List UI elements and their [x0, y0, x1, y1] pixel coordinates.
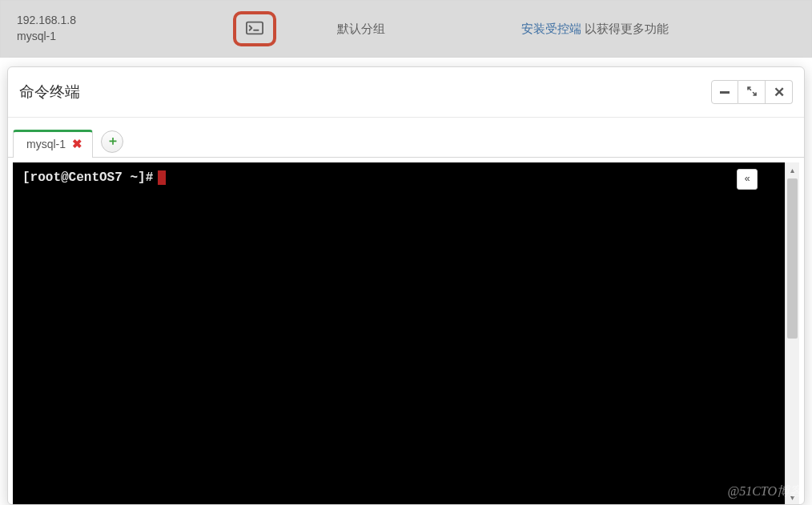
scroll-up-button[interactable]: ▴ [786, 162, 799, 177]
scroll-thumb[interactable] [787, 178, 798, 339]
vertical-scrollbar[interactable]: ▴ ▾ [785, 162, 799, 504]
host-ip: 192.168.1.8 [17, 13, 233, 29]
open-terminal-button[interactable] [233, 11, 276, 46]
terminal-tab[interactable]: mysql-1 ✖ [13, 130, 93, 158]
terminal-output[interactable]: [root@CentOS7 ~]# « [13, 162, 785, 504]
terminal-prompt: [root@CentOS7 ~]# [22, 170, 153, 185]
terminal-modal: 命令终端 ✕ mysql-1 ✖ ＋ [7, 66, 805, 505]
install-agent-link[interactable]: 安装受控端 [521, 22, 581, 35]
terminal-body-wrap: [root@CentOS7 ~]# « ▴ ▾ [8, 158, 804, 504]
terminal-tab-bar: mysql-1 ✖ ＋ [8, 118, 804, 158]
modal-title: 命令终端 [19, 82, 80, 102]
install-suffix-text: 以获得更多功能 [581, 22, 669, 35]
tab-close-icon[interactable]: ✖ [72, 137, 82, 151]
window-controls: ✕ [711, 80, 793, 104]
host-action: 安装受控端 以获得更多功能 [521, 22, 669, 37]
host-row: 192.168.1.8 mysql-1 默认分组 安装受控端 以获得更多功能 [0, 0, 812, 58]
host-info: 192.168.1.8 mysql-1 [17, 13, 233, 44]
scroll-down-button[interactable]: ▾ [786, 490, 799, 504]
minimize-button[interactable] [711, 80, 738, 104]
add-tab-button[interactable]: ＋ [101, 130, 123, 153]
expand-icon [747, 86, 757, 98]
terminal-cursor [158, 170, 166, 185]
svg-rect-0 [247, 22, 263, 34]
terminal-prompt-line: [root@CentOS7 ~]# [22, 170, 775, 185]
plus-icon: ＋ [107, 136, 118, 147]
tab-label: mysql-1 [26, 138, 66, 150]
modal-header: 命令终端 ✕ [8, 67, 804, 118]
terminal-launcher-cell [233, 11, 337, 46]
terminal-icon [246, 21, 263, 38]
close-button[interactable]: ✕ [766, 80, 793, 104]
collapse-panel-button[interactable]: « [737, 169, 758, 190]
chevron-left-icon: « [744, 174, 750, 185]
minimize-icon [720, 91, 730, 94]
maximize-button[interactable] [738, 80, 766, 104]
host-group: 默认分组 [337, 22, 521, 37]
host-name: mysql-1 [17, 29, 233, 45]
close-icon: ✕ [774, 84, 785, 101]
